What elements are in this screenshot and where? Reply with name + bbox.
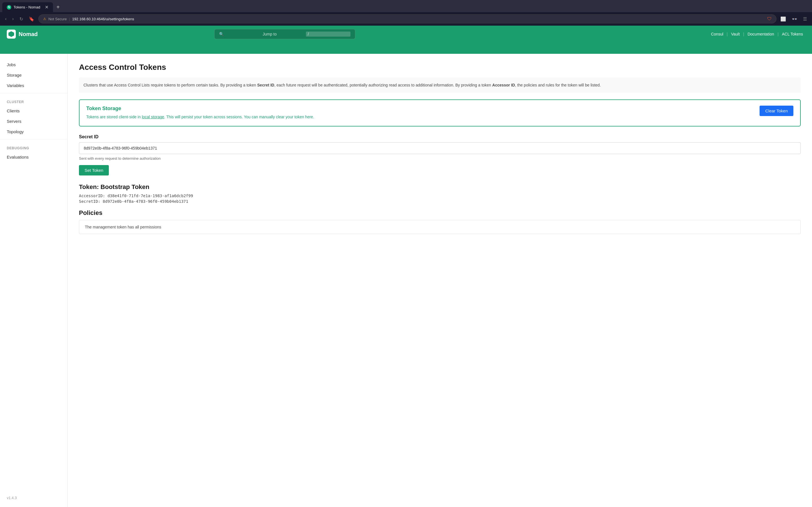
accessor-id-label: Accessor ID [492, 83, 515, 87]
extensions-button[interactable]: 👓 [790, 15, 799, 23]
app-name: Nomad [18, 31, 38, 38]
main-content: Access Control Tokens Clusters that use … [68, 54, 812, 507]
set-token-button[interactable]: Set Token [79, 165, 109, 175]
policies-title: Policies [79, 209, 801, 217]
layout-button[interactable]: ⬜ [779, 15, 788, 23]
header-nav-vault[interactable]: Vault [729, 31, 742, 38]
address-bar[interactable]: ⚠ Not Secure | 192.168.60.10:4646/ui/set… [38, 14, 776, 23]
sidebar-item-topology[interactable]: Topology [0, 126, 67, 137]
sidebar-version: v1.4.3 [0, 491, 67, 504]
active-tab[interactable]: N Tokens - Nomad ✕ [2, 2, 53, 12]
address-url: 192.168.60.10:4646/ui/settings/tokens [72, 17, 134, 21]
token-storage-content: Token Storage Tokens are stored client-s… [86, 106, 754, 120]
tab-bar: N Tokens - Nomad ✕ + [0, 0, 812, 12]
sidebar-divider-2 [0, 139, 67, 139]
accent-bar [0, 43, 812, 54]
sidebar-item-storage[interactable]: Storage [0, 70, 67, 80]
search-placeholder: Jump to [262, 32, 304, 36]
sidebar-nav: Jobs Storage Variables CLUSTER Clients S… [0, 59, 67, 491]
token-storage-box: Token Storage Tokens are stored client-s… [79, 100, 801, 126]
policy-management-text: The management token has all permissions [85, 225, 161, 229]
policy-box: The management token has all permissions [79, 220, 801, 234]
clear-token-button[interactable]: Clear Token [760, 106, 794, 116]
secret-id-field-label: Secret ID [79, 134, 801, 139]
sidebar-divider-1 [0, 93, 67, 93]
nav-bar: ‹ › ↻ 🔖 ⚠ Not Secure | 192.168.60.10:464… [0, 12, 812, 25]
page-title: Access Control Tokens [79, 63, 801, 72]
sidebar: Jobs Storage Variables CLUSTER Clients S… [0, 54, 68, 507]
sidebar-item-clients[interactable]: Clients [0, 106, 67, 116]
header-nav-consul[interactable]: Consul [709, 31, 726, 38]
tab-close-button[interactable]: ✕ [45, 4, 49, 10]
search-shortcut: / [306, 32, 350, 37]
token-name: Token: Bootstrap Token [79, 183, 801, 191]
refresh-button[interactable]: ↻ [18, 15, 25, 23]
page-description: Clusters that use Access Control Lists r… [79, 77, 801, 93]
header-nav-documentation[interactable]: Documentation [745, 31, 776, 38]
tab-favicon: N [7, 5, 11, 10]
forward-button[interactable]: › [10, 15, 15, 22]
bookmark-button[interactable]: 🔖 [27, 15, 36, 23]
new-tab-button[interactable]: + [54, 3, 62, 11]
header-nav-acl-tokens[interactable]: ACL Tokens [779, 31, 805, 38]
shield-icon: 🛡 [767, 16, 772, 21]
menu-button[interactable]: ☰ [801, 15, 809, 23]
sidebar-section-cluster: CLUSTER [0, 96, 67, 106]
back-button[interactable]: ‹ [3, 15, 8, 22]
header-search: 🔍 Jump to / [214, 29, 355, 39]
sidebar-item-jobs[interactable]: Jobs [0, 59, 67, 70]
accessor-id-detail: AccessorID: d38e41f0-71fd-7e1a-1983-af1a… [79, 193, 801, 198]
token-storage-description: Tokens are stored client-side in local s… [86, 114, 754, 120]
tab-title: Tokens - Nomad [13, 5, 40, 9]
header-nav: Consul | Vault | Documentation | ACL Tok… [709, 31, 805, 38]
sidebar-item-evaluations[interactable]: Evaluations [0, 152, 67, 162]
token-storage-title: Token Storage [86, 106, 754, 112]
logo-icon [7, 30, 16, 39]
secret-id-detail: SecretID: 8d972e0b-4f8a-4783-96f0-459b04… [79, 199, 801, 204]
security-warning-icon: ⚠ [43, 17, 46, 21]
security-label: Not Secure [49, 17, 67, 21]
sidebar-section-debugging: DEBUGGING [0, 142, 67, 152]
sidebar-item-servers[interactable]: Servers [0, 116, 67, 126]
main-layout: Jobs Storage Variables CLUSTER Clients S… [0, 54, 812, 507]
secret-id-hint: Sent with every request to determine aut… [79, 156, 801, 161]
browser-chrome: N Tokens - Nomad ✕ + ‹ › ↻ 🔖 ⚠ Not Secur… [0, 0, 812, 25]
secret-id-label: Secret ID [257, 83, 274, 87]
secret-id-input[interactable] [79, 142, 801, 154]
app-logo[interactable]: Nomad [7, 30, 38, 39]
logo-hex-shape [8, 31, 14, 37]
local-storage-link[interactable]: local storage [142, 115, 164, 119]
sidebar-item-variables[interactable]: Variables [0, 80, 67, 91]
search-icon: 🔍 [219, 32, 260, 36]
search-bar[interactable]: 🔍 Jump to / [214, 29, 355, 39]
app-header: Nomad 🔍 Jump to / Consul | Vault | Docum… [0, 25, 812, 43]
